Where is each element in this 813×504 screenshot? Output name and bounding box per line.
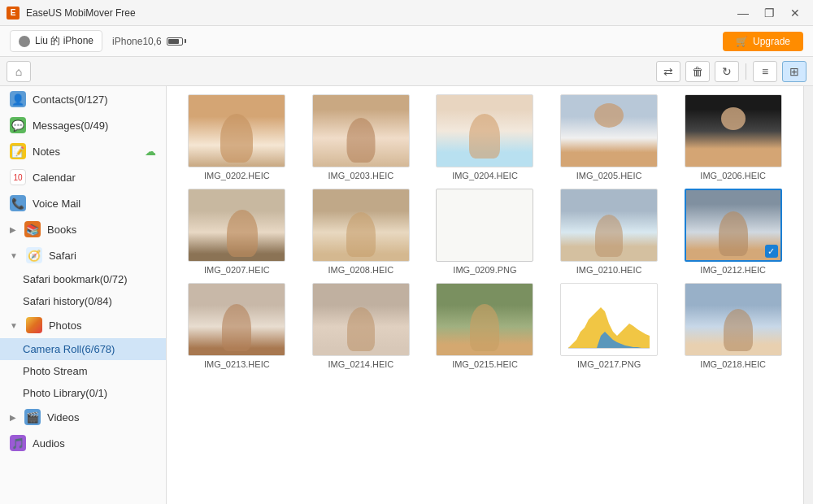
videos-expand-arrow: ▶: [10, 413, 16, 422]
photo-thumb-0209[interactable]: [436, 189, 533, 262]
sidebar-label-photo-stream: Photo Stream: [23, 365, 88, 377]
sidebar-item-audios[interactable]: 🎵 Audios: [0, 430, 166, 456]
photo-name-0208: IMG_0208.HEIC: [328, 265, 394, 275]
audios-icon: 🎵: [10, 435, 26, 451]
grid-view-button[interactable]: ⊞: [782, 61, 806, 82]
maximize-button[interactable]: ❐: [758, 4, 780, 22]
photo-item[interactable]: IMG_0218.HEIC: [675, 283, 791, 369]
photo-thumb-0204[interactable]: [436, 94, 533, 167]
list-view-button[interactable]: ≡: [753, 61, 777, 82]
device-tab[interactable]: Liu 的 iPhone: [10, 30, 102, 52]
close-button[interactable]: ✕: [784, 4, 806, 22]
photo-thumb-0206[interactable]: [685, 94, 782, 167]
selection-check: ✓: [765, 245, 778, 258]
sidebar-item-books[interactable]: ▶ 📚 Books: [0, 216, 166, 242]
battery-icon: [167, 37, 186, 46]
photo-item[interactable]: IMG_0203.HEIC: [303, 94, 420, 180]
sidebar-label-messages: Messages(0/49): [33, 119, 108, 132]
photo-name-0212: IMG_0212.HEIC: [700, 265, 766, 275]
voicemail-icon: 📞: [10, 195, 26, 211]
sidebar-label-photos: Photos: [49, 319, 81, 332]
photo-thumb-0210[interactable]: [560, 189, 658, 262]
sidebar-label-photo-library: Photo Library(0/1): [23, 387, 107, 399]
photo-item[interactable]: IMG_0210.HEIC: [551, 189, 667, 275]
photo-thumb-0217[interactable]: [560, 283, 658, 356]
photo-content: IMG_0202.HEIC IMG_0203.HEIC IMG_0204.HEI…: [167, 86, 803, 504]
photo-name-0217: IMG_0217.PNG: [577, 359, 641, 369]
photo-name-0215: IMG_0215.HEIC: [452, 359, 518, 369]
sidebar-item-photo-stream[interactable]: Photo Stream: [0, 360, 166, 382]
books-expand-arrow: ▶: [10, 225, 16, 234]
photo-thumb-0205[interactable]: [560, 94, 658, 167]
photo-item[interactable]: IMG_0209.PNG: [427, 189, 543, 275]
sidebar: 👤 Contacts(0/127) 💬 Messages(0/49) 📝 Not…: [0, 86, 167, 504]
sidebar-item-safari[interactable]: ▼ 🧭 Safari: [0, 242, 166, 268]
messages-icon: 💬: [10, 117, 26, 133]
photo-thumb-0213[interactable]: [188, 283, 285, 356]
photo-item[interactable]: IMG_0208.HEIC: [303, 189, 420, 275]
photo-thumb-0218[interactable]: [685, 283, 782, 356]
sidebar-item-photo-library[interactable]: Photo Library(0/1): [0, 382, 166, 404]
sidebar-item-calendar[interactable]: 10 Calendar: [0, 164, 166, 190]
cloud-icon: ☁: [145, 145, 156, 158]
photo-thumb-0208[interactable]: [312, 189, 410, 262]
right-scrollbar[interactable]: [803, 86, 813, 504]
sidebar-label-notes: Notes: [33, 146, 60, 158]
photo-item[interactable]: IMG_0217.PNG: [551, 283, 667, 369]
photo-thumb-0203[interactable]: [312, 94, 410, 167]
photos-expand-arrow: ▼: [10, 321, 18, 330]
photo-name-0207: IMG_0207.HEIC: [204, 265, 270, 275]
sidebar-label-safari-history: Safari history(0/84): [23, 295, 112, 307]
contacts-icon: 👤: [10, 91, 26, 107]
notes-icon: 📝: [10, 143, 26, 159]
sidebar-label-audios: Audios: [33, 437, 65, 450]
safari-icon: 🧭: [26, 247, 42, 263]
photo-thumb-0215[interactable]: [436, 283, 533, 356]
photo-item[interactable]: IMG_0214.HEIC: [303, 283, 420, 369]
photo-name-0203: IMG_0203.HEIC: [328, 171, 394, 180]
photo-name-0209: IMG_0209.PNG: [453, 265, 516, 275]
photo-item[interactable]: ✓ IMG_0212.HEIC: [675, 189, 791, 275]
sidebar-item-safari-bookmark[interactable]: Safari bookmark(0/72): [0, 268, 166, 290]
videos-icon: 🎬: [24, 409, 41, 425]
title-bar: E EaseUS MobiMover Free — ❐ ✕: [0, 0, 813, 26]
sidebar-item-contacts[interactable]: 👤 Contacts(0/127): [0, 86, 166, 112]
photo-item[interactable]: IMG_0206.HEIC: [675, 94, 791, 180]
photo-item[interactable]: IMG_0213.HEIC: [179, 283, 295, 369]
sidebar-item-videos[interactable]: ▶ 🎬 Videos: [0, 404, 166, 430]
delete-button[interactable]: 🗑: [685, 61, 710, 82]
photo-item[interactable]: IMG_0202.HEIC: [179, 94, 295, 180]
chart-svg: [564, 287, 654, 352]
transfer-button[interactable]: ⇄: [656, 61, 680, 82]
sidebar-label-safari-bookmark: Safari bookmark(0/72): [23, 273, 128, 285]
photo-thumb-0202[interactable]: [188, 94, 285, 167]
photo-thumb-0214[interactable]: [312, 283, 410, 356]
device-name: Liu 的 iPhone: [35, 34, 93, 48]
sidebar-item-photos[interactable]: ▼ Photos: [0, 312, 166, 338]
photo-name-0214: IMG_0214.HEIC: [328, 359, 394, 369]
home-button[interactable]: ⌂: [7, 61, 31, 82]
device-avatar: [19, 36, 30, 47]
photo-thumb-0207[interactable]: [188, 189, 285, 262]
photo-item[interactable]: IMG_0215.HEIC: [427, 283, 543, 369]
photo-name-0204: IMG_0204.HEIC: [452, 171, 518, 180]
photo-thumb-0212[interactable]: ✓: [685, 189, 782, 262]
sidebar-item-voicemail[interactable]: 📞 Voice Mail: [0, 190, 166, 216]
books-icon: 📚: [24, 221, 41, 237]
minimize-button[interactable]: —: [732, 4, 754, 22]
photo-grid: IMG_0202.HEIC IMG_0203.HEIC IMG_0204.HEI…: [179, 94, 791, 369]
photo-item[interactable]: IMG_0205.HEIC: [551, 94, 667, 180]
photo-item[interactable]: IMG_0204.HEIC: [427, 94, 543, 180]
refresh-button[interactable]: ↻: [715, 61, 739, 82]
sidebar-item-safari-history[interactable]: Safari history(0/84): [0, 290, 166, 312]
app-title: EaseUS MobiMover Free: [26, 7, 725, 19]
sidebar-label-calendar: Calendar: [33, 172, 76, 184]
upgrade-icon: 🛒: [736, 36, 748, 47]
sidebar-label-safari: Safari: [49, 250, 76, 262]
sidebar-item-messages[interactable]: 💬 Messages(0/49): [0, 112, 166, 138]
photo-item[interactable]: IMG_0207.HEIC: [179, 189, 295, 275]
sidebar-item-notes[interactable]: 📝 Notes ☁: [0, 138, 166, 164]
photo-name-0202: IMG_0202.HEIC: [204, 171, 270, 180]
upgrade-button[interactable]: 🛒 🛒 Upgrade Upgrade: [723, 32, 803, 51]
sidebar-item-camera-roll[interactable]: Camera Roll(6/678): [0, 338, 166, 360]
